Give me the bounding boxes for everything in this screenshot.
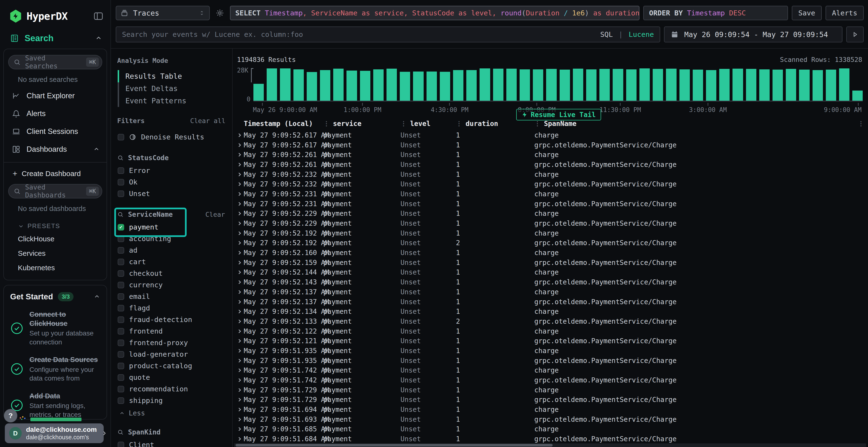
filter-option-checkout[interactable]: checkout [117,268,227,279]
toggle-lucene[interactable]: Lucene [628,30,654,38]
row-expand-chevron-icon[interactable] [234,144,244,146]
search-input[interactable] [122,30,600,38]
row-expand-chevron-icon[interactable] [234,193,244,195]
table-row[interactable]: May 27 9:09:52.231 AMpaymentUnset1grpc.o… [234,199,866,209]
column-resize-handle[interactable]: ⋮ [401,120,406,127]
checkbox[interactable] [118,316,124,323]
table-row[interactable]: May 27 9:09:51.684 AMpaymentUnset1grpc.o… [234,434,866,444]
resume-live-tail-button[interactable]: Resume Live Tail [516,109,601,121]
row-expand-chevron-icon[interactable] [234,271,244,274]
table-row[interactable]: May 27 9:09:52.192 AMpaymentUnset2grpc.o… [234,238,866,248]
checkbox[interactable] [118,374,124,381]
filter-option-frontend[interactable]: frontend [117,325,227,337]
table-row[interactable]: May 27 9:09:52.134 AMpaymentUnset1charge [234,307,866,316]
checkbox[interactable] [118,236,124,242]
table-row[interactable]: May 27 9:09:51.742 AMpaymentUnset1charge [234,366,866,375]
row-expand-chevron-icon[interactable] [234,349,244,352]
row-expand-chevron-icon[interactable] [234,340,244,342]
sidebar-item-client-sessions[interactable]: Client Sessions [8,123,102,140]
row-expand-chevron-icon[interactable] [234,379,244,381]
get-started-item[interactable]: Add Data Start sending logs, metrics, or… [10,391,100,419]
table-row[interactable]: May 27 9:09:52.261 AMpaymentUnset1charge [234,150,866,160]
sidebar-item-search[interactable]: Search [3,25,107,49]
source-select[interactable]: Traces [116,6,210,20]
table-row[interactable]: May 27 9:09:52.159 AMpaymentUnset1grpc.o… [234,258,866,268]
filter-option-fraud-detection[interactable]: fraud-detection [117,314,227,325]
table-row[interactable]: May 27 9:09:52.232 AMpaymentUnset1grpc.o… [234,179,866,189]
row-expand-chevron-icon[interactable] [234,418,244,421]
table-row[interactable]: May 27 9:09:52.192 AMpaymentUnset1charge [234,228,866,238]
table-row[interactable]: May 27 9:09:52.261 AMpaymentUnset1grpc.o… [234,160,866,170]
date-range-picker[interactable]: May 26 09:09:54 - May 27 09:09:54 [664,27,842,42]
column-resize-handle[interactable]: ⋮ [858,120,864,127]
column-resize-handle[interactable]: ⋮ [534,120,540,127]
filter-option-email[interactable]: email [117,291,227,302]
denoise-results-checkbox[interactable]: Denoise Results [117,131,227,143]
table-row[interactable]: May 27 9:09:52.143 AMpaymentUnset1grpc.o… [234,277,866,287]
filter-option-load-generator[interactable]: load-generator [117,348,227,360]
mode-results-table[interactable]: Results Table [118,70,227,82]
filter-option-Error[interactable]: Error [117,165,227,176]
sidebar-item-chart-explorer[interactable]: Chart Explorer [8,87,102,105]
chevron-up-icon[interactable] [95,35,102,42]
horizontal-scrollbar-thumb[interactable] [236,444,553,447]
checkbox[interactable] [118,351,124,358]
horizontal-scrollbar-track[interactable] [234,443,866,447]
chevron-up-icon[interactable] [94,294,100,300]
mode-event-deltas[interactable]: Event Deltas [118,82,227,95]
filter-option-shipping[interactable]: shipping [117,395,227,406]
filter-option-flagd[interactable]: flagd [117,302,227,314]
chevron-up-icon[interactable] [93,146,100,153]
preset-clickhouse[interactable]: ClickHouse [8,232,102,246]
filter-option-frontend-proxy[interactable]: frontend-proxy [117,337,227,348]
table-row[interactable]: May 27 9:09:52.160 AMpaymentUnset1charge [234,248,866,258]
row-expand-chevron-icon[interactable] [234,251,244,254]
checkbox[interactable] [118,328,124,335]
table-row[interactable]: May 27 9:09:51.729 AMpaymentUnset1charge [234,385,866,395]
table-row[interactable]: May 27 9:09:52.137 AMpaymentUnset1grpc.o… [234,297,866,307]
filter-option-currency[interactable]: currency [117,279,227,291]
sidebar-item-dashboards[interactable]: Dashboards [8,140,102,158]
checkbox[interactable] [118,340,124,346]
table-row[interactable]: May 27 9:09:52.617 AMpaymentUnset1charge [234,130,866,140]
saved-searches-input[interactable]: Saved Searches ⌘K [8,55,102,69]
table-row[interactable]: May 27 9:09:51.693 AMpaymentUnset1grpc.o… [234,414,866,424]
saved-dashboards-input[interactable]: Saved Dashboards ⌘K [8,184,102,199]
filter-option-product-catalog[interactable]: product-catalog [117,360,227,372]
order-by-editor[interactable]: ORDER BY Timestamp DESC [643,6,788,20]
clear-filter-link[interactable]: Clear [206,211,227,218]
filter-option-cart[interactable]: cart [117,256,227,268]
table-row[interactable]: May 27 9:09:52.144 AMpaymentUnset1charge [234,268,866,277]
row-expand-chevron-icon[interactable] [234,389,244,391]
row-expand-chevron-icon[interactable] [234,212,244,215]
filter-option-payment[interactable]: ✓payment [117,221,227,233]
presets-toggle[interactable]: PRESETS [8,216,102,232]
table-row[interactable]: May 27 9:09:52.229 AMpaymentUnset1grpc.o… [234,218,866,228]
row-expand-chevron-icon[interactable] [234,261,244,264]
preset-services[interactable]: Services [8,246,102,261]
help-button[interactable]: ? [4,409,18,422]
source-settings-gear-icon[interactable] [214,6,226,20]
row-expand-chevron-icon[interactable] [234,203,244,205]
filter-option-Ok[interactable]: Ok [117,176,227,188]
table-row[interactable]: May 27 9:09:51.935 AMpaymentUnset1charge [234,346,866,356]
sidebar-item-alerts[interactable]: Alerts [8,105,102,123]
checkbox[interactable]: ✓ [118,224,124,231]
row-expand-chevron-icon[interactable] [234,242,244,244]
table-row[interactable]: May 27 9:09:52.229 AMpaymentUnset1charge [234,209,866,219]
table-row[interactable]: May 27 9:09:52.137 AMpaymentUnset1charge [234,287,866,297]
preset-kubernetes[interactable]: Kubernetes [8,261,102,275]
checkbox[interactable] [118,179,124,185]
alerts-button[interactable]: Alerts [826,6,864,20]
checkbox[interactable] [118,398,124,404]
column-resize-handle[interactable]: ⋮ [456,120,462,127]
checkbox[interactable] [118,442,124,447]
table-row[interactable]: May 27 9:09:52.617 AMpaymentUnset1grpc.o… [234,140,866,150]
row-expand-chevron-icon[interactable] [234,134,244,137]
table-row[interactable]: May 27 9:09:52.121 AMpaymentUnset1grpc.o… [234,336,866,346]
row-expand-chevron-icon[interactable] [234,320,244,323]
filter-option-ad[interactable]: ad [117,244,227,256]
filter-option-Client[interactable]: Client [117,439,227,447]
table-row[interactable]: May 27 9:09:52.133 AMpaymentUnset2grpc.o… [234,316,866,326]
table-row[interactable]: May 27 9:09:51.729 AMpaymentUnset1grpc.o… [234,395,866,405]
